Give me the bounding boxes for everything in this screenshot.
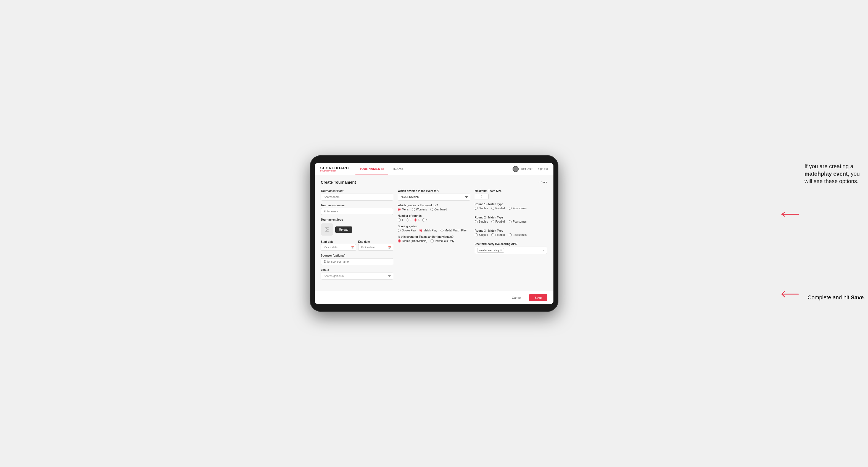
round2-fourball-radio[interactable] bbox=[491, 220, 494, 223]
avatar-inner bbox=[513, 166, 518, 172]
form-footer: Cancel Save bbox=[315, 291, 553, 304]
teams-label: Is this event for Teams and/or Individua… bbox=[398, 235, 470, 238]
round2-match-type-label: Round 2 - Match Type bbox=[475, 216, 547, 219]
scoring-radio-group: Stroke Play Match Play Medal Match Play bbox=[398, 229, 470, 232]
start-date-input[interactable] bbox=[321, 244, 356, 251]
teams-individuals[interactable]: Individuals Only bbox=[431, 240, 454, 243]
teams-teams[interactable]: Teams (+Individuals) bbox=[398, 240, 427, 243]
gender-mens-radio[interactable] bbox=[398, 208, 401, 211]
round3-fourball[interactable]: Fourball bbox=[491, 234, 505, 237]
round3-match-type-label: Round 3 - Match Type bbox=[475, 229, 547, 232]
tablet-device: SCOREBOARD Powered by clippit TOURNAMENT… bbox=[310, 155, 558, 312]
round2-options: Singles Fourball Foursomes bbox=[475, 220, 547, 223]
scoring-match-radio[interactable] bbox=[419, 229, 422, 232]
gender-combined-radio[interactable] bbox=[430, 208, 433, 211]
nav-tabs: TOURNAMENTS TEAMS bbox=[355, 163, 407, 175]
cancel-button[interactable]: Cancel bbox=[507, 294, 526, 301]
round1-foursomes[interactable]: Foursomes bbox=[509, 207, 527, 210]
svg-point-1 bbox=[326, 228, 327, 229]
round3-singles-radio[interactable] bbox=[475, 234, 478, 237]
navbar-left: SCOREBOARD Powered by clippit TOURNAMENT… bbox=[320, 163, 408, 175]
gender-mens[interactable]: Mens bbox=[398, 208, 408, 211]
outer-wrapper: SCOREBOARD Powered by clippit TOURNAMENT… bbox=[0, 144, 868, 323]
round1-singles[interactable]: Singles bbox=[475, 207, 488, 210]
page-header: Create Tournament ‹ Back bbox=[321, 180, 547, 185]
scoring-stroke-radio[interactable] bbox=[398, 229, 401, 232]
scoring-group: Scoring system Stroke Play Match Play Me… bbox=[398, 225, 470, 232]
teams-individuals-radio[interactable] bbox=[431, 240, 434, 243]
scoring-medal-radio[interactable] bbox=[440, 229, 443, 232]
round1-singles-radio[interactable] bbox=[475, 207, 478, 210]
scoring-stroke-label: Stroke Play bbox=[402, 229, 416, 232]
round-2[interactable]: 2 bbox=[406, 218, 411, 221]
upload-button[interactable]: Upload bbox=[335, 226, 352, 233]
scoring-stroke[interactable]: Stroke Play bbox=[398, 229, 416, 232]
venue-select-wrap: Search golf club bbox=[321, 273, 394, 279]
round2-singles-radio[interactable] bbox=[475, 220, 478, 223]
round1-foursomes-radio[interactable] bbox=[509, 207, 512, 210]
venue-select[interactable]: Search golf club bbox=[321, 273, 394, 279]
teams-teams-radio[interactable] bbox=[398, 240, 401, 243]
rounds-label: Number of rounds bbox=[398, 214, 470, 217]
api-tag-value: Leaderboard King bbox=[479, 249, 499, 252]
gender-womens-radio[interactable] bbox=[412, 208, 415, 211]
round-1-radio[interactable] bbox=[398, 218, 401, 221]
round3-options: Singles Fourball Foursomes bbox=[475, 234, 547, 237]
tournament-host-group: Tournament Host bbox=[321, 189, 394, 200]
round1-match-type-section: Round 1 - Match Type Singles Fourball Fo… bbox=[475, 203, 547, 210]
gender-combined[interactable]: Combined bbox=[430, 208, 447, 211]
gender-womens[interactable]: Womens bbox=[412, 208, 427, 211]
tournament-name-input[interactable] bbox=[321, 208, 394, 215]
form-col-left: Tournament Host Tournament name Tourname… bbox=[321, 189, 394, 279]
rounds-group: Number of rounds 1 2 3 bbox=[398, 214, 470, 221]
end-date-input[interactable] bbox=[358, 244, 393, 251]
tab-teams[interactable]: TEAMS bbox=[388, 163, 407, 175]
sign-out-link[interactable]: Sign out bbox=[538, 167, 548, 170]
main-content: Create Tournament ‹ Back Tournament Host… bbox=[315, 175, 553, 291]
round-2-radio[interactable] bbox=[406, 218, 409, 221]
round2-match-type-section: Round 2 - Match Type Singles Fourball Fo… bbox=[475, 216, 547, 223]
logo-text: SCOREBOARD bbox=[320, 166, 349, 170]
arrow-bottom-indicator bbox=[779, 287, 801, 299]
arrow-right-indicator bbox=[779, 210, 801, 220]
round-3-radio[interactable] bbox=[414, 218, 417, 221]
round1-fourball[interactable]: Fourball bbox=[491, 207, 505, 210]
round-3[interactable]: 3 bbox=[414, 218, 420, 221]
round2-singles[interactable]: Singles bbox=[475, 220, 488, 223]
tournament-host-input[interactable] bbox=[321, 194, 394, 200]
scoring-match[interactable]: Match Play bbox=[419, 229, 437, 232]
logo-sub: Powered by clippit bbox=[320, 170, 349, 172]
annotation-bottom: Complete and hit Save. bbox=[808, 294, 865, 301]
gender-group: Which gender is the event for? Mens Wome… bbox=[398, 204, 470, 211]
scoring-medal[interactable]: Medal Match Play bbox=[440, 229, 466, 232]
round2-foursomes-label: Foursomes bbox=[513, 220, 527, 223]
round-4-radio[interactable] bbox=[422, 218, 425, 221]
round3-singles[interactable]: Singles bbox=[475, 234, 488, 237]
division-select[interactable]: NCAA Division I bbox=[398, 194, 470, 200]
start-date-wrap: 📅 bbox=[321, 244, 356, 251]
round-1[interactable]: 1 bbox=[398, 218, 403, 221]
teams-radio-group: Teams (+Individuals) Individuals Only bbox=[398, 240, 470, 243]
api-tag-remove[interactable]: ✕ bbox=[500, 249, 502, 252]
tab-tournaments[interactable]: TOURNAMENTS bbox=[355, 163, 388, 175]
round3-foursomes-radio[interactable] bbox=[509, 234, 512, 237]
save-button[interactable]: Save bbox=[529, 294, 547, 301]
round2-foursomes[interactable]: Foursomes bbox=[509, 220, 527, 223]
round-4[interactable]: 4 bbox=[422, 218, 428, 221]
division-group: Which division is the event for? NCAA Di… bbox=[398, 189, 470, 200]
round1-fourball-radio[interactable] bbox=[491, 207, 494, 210]
sponsor-input[interactable] bbox=[321, 258, 394, 265]
round2-foursomes-radio[interactable] bbox=[509, 220, 512, 223]
api-select-wrap[interactable]: Leaderboard King ✕ ▾ bbox=[475, 247, 547, 254]
round3-fourball-radio[interactable] bbox=[491, 234, 494, 237]
round3-foursomes[interactable]: Foursomes bbox=[509, 234, 527, 237]
navbar: SCOREBOARD Powered by clippit TOURNAMENT… bbox=[315, 163, 553, 175]
gender-radio-group: Mens Womens Combined bbox=[398, 208, 470, 211]
scoring-label: Scoring system bbox=[398, 225, 470, 228]
max-team-size-label: Maximum Team Size bbox=[475, 189, 547, 192]
back-link[interactable]: ‹ Back bbox=[538, 181, 547, 184]
annotation-right-text1: If you are creating a bbox=[804, 163, 854, 169]
round2-fourball[interactable]: Fourball bbox=[491, 220, 505, 223]
venue-label: Venue bbox=[321, 269, 394, 272]
max-team-size-input[interactable] bbox=[475, 194, 489, 199]
